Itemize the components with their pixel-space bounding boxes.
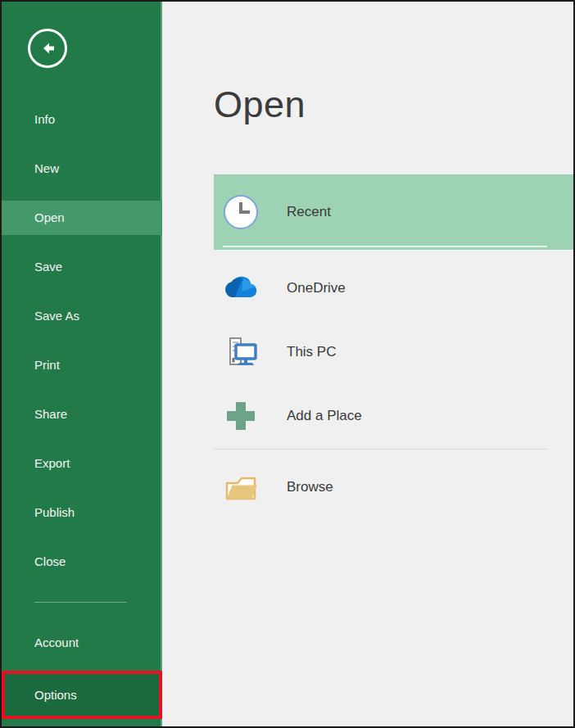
this-pc-icon — [223, 334, 259, 370]
place-label: OneDrive — [287, 280, 346, 296]
open-panel: Open Recent OneDrive — [162, 2, 573, 726]
place-label: Browse — [287, 479, 333, 495]
backstage-window: Info New Open Save Save As Print Share E… — [0, 0, 575, 728]
backstage-sidebar: Info New Open Save Save As Print Share E… — [2, 2, 162, 726]
sidebar-item-account[interactable]: Account — [2, 626, 162, 660]
sidebar-menu: Info New Open Save Save As Print Share E… — [2, 102, 162, 594]
place-item-onedrive[interactable]: OneDrive — [214, 256, 548, 320]
sidebar-item-save[interactable]: Save — [2, 250, 162, 284]
sidebar-item-share[interactable]: Share — [2, 397, 162, 432]
sidebar-item-export[interactable]: Export — [2, 446, 162, 481]
back-button[interactable] — [28, 29, 67, 68]
sidebar-divider — [34, 602, 127, 603]
browse-folder-icon — [223, 469, 259, 505]
onedrive-icon — [223, 270, 259, 306]
sidebar-item-publish[interactable]: Publish — [2, 495, 162, 530]
add-place-icon — [223, 398, 259, 434]
places-divider — [214, 449, 548, 450]
back-arrow-icon — [38, 38, 57, 58]
sidebar-item-options[interactable]: Options — [2, 674, 162, 716]
sidebar-item-close[interactable]: Close — [2, 545, 162, 579]
sidebar-item-info[interactable]: Info — [2, 102, 162, 137]
sidebar-item-new[interactable]: New — [2, 151, 162, 186]
sidebar-item-save-as[interactable]: Save As — [2, 299, 162, 333]
place-item-this-pc[interactable]: This PC — [214, 320, 548, 384]
place-item-recent[interactable]: Recent — [214, 174, 573, 250]
place-item-browse[interactable]: Browse — [214, 455, 548, 519]
page-title: Open — [214, 84, 306, 126]
place-item-add-a-place[interactable]: Add a Place — [214, 384, 548, 448]
sidebar-item-print[interactable]: Print — [2, 348, 162, 382]
place-label: This PC — [287, 344, 336, 360]
clock-icon — [223, 194, 259, 230]
recent-tile-underline — [223, 246, 547, 247]
place-label: Recent — [287, 204, 331, 220]
place-label: Add a Place — [287, 408, 362, 424]
sidebar-item-open[interactable]: Open — [2, 201, 162, 235]
